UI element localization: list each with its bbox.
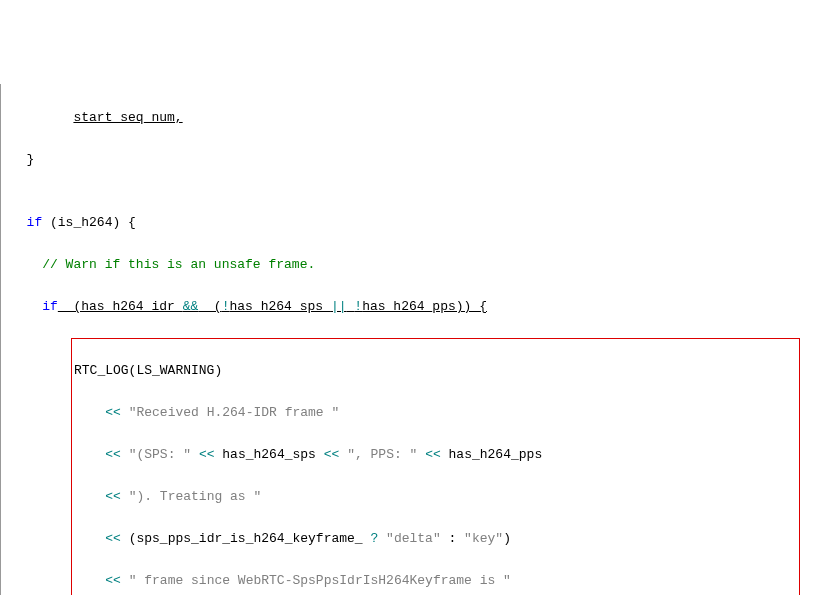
code-line: if (is_h264) { (1, 212, 818, 233)
code-line: << " frame since WebRTC-SpsPpsIdrIsH264K… (74, 570, 799, 591)
code-line: << "). Treating as " (74, 486, 799, 507)
code-line: start_seq_num, (1, 107, 818, 128)
code-line: } (1, 149, 818, 170)
code-line: << "Received H.264-IDR frame " (74, 402, 799, 423)
code-line: RTC_LOG(LS_WARNING) (74, 360, 799, 381)
code-line: << (sps_pps_idr_is_h264_keyframe_ ? "del… (74, 528, 799, 549)
code-line: // Warn if this is an unsafe frame. (1, 254, 818, 275)
highlighted-region: RTC_LOG(LS_WARNING) << "Received H.264-I… (71, 338, 800, 595)
code-line: if (has_h264_idr && (!has_h264_sps || !h… (1, 296, 818, 317)
code-block: start_seq_num, } if (is_h264) { // Warn … (0, 84, 818, 595)
code-line: << "(SPS: " << has_h264_sps << ", PPS: "… (74, 444, 799, 465)
